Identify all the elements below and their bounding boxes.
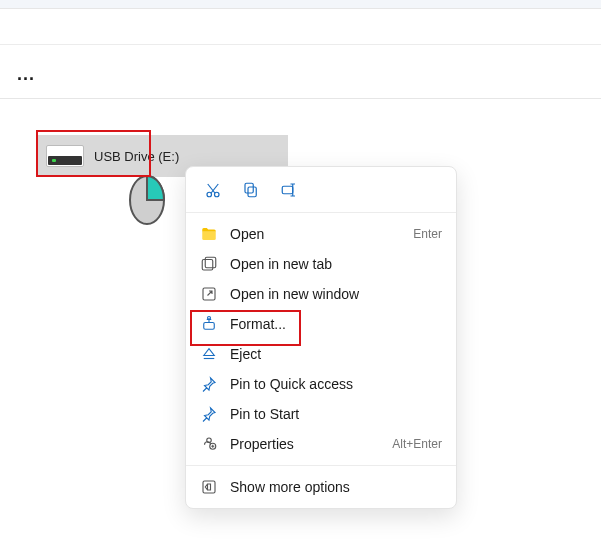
menu-item-label: Pin to Quick access bbox=[230, 376, 442, 392]
menu-pin-start[interactable]: Pin to Start bbox=[186, 399, 456, 429]
drive-label: USB Drive (E:) bbox=[94, 149, 179, 164]
menu-item-label: Open in new window bbox=[230, 286, 442, 302]
menu-item-label: Open in new tab bbox=[230, 256, 442, 272]
svg-rect-4 bbox=[245, 183, 253, 193]
menu-open[interactable]: Open Enter bbox=[186, 219, 456, 249]
menu-properties[interactable]: Properties Alt+Enter bbox=[186, 429, 456, 459]
format-icon bbox=[200, 315, 218, 333]
pin-icon bbox=[200, 375, 218, 393]
rename-button[interactable] bbox=[276, 177, 302, 203]
menu-item-label: Properties bbox=[230, 436, 380, 452]
folder-icon bbox=[200, 225, 218, 243]
eject-icon bbox=[200, 345, 218, 363]
menu-item-shortcut: Alt+Enter bbox=[392, 437, 442, 451]
menu-item-shortcut: Enter bbox=[413, 227, 442, 241]
menu-eject[interactable]: Eject bbox=[186, 339, 456, 369]
pin-icon bbox=[200, 405, 218, 423]
copy-icon bbox=[242, 181, 260, 199]
menu-item-label: Eject bbox=[230, 346, 442, 362]
rename-icon bbox=[280, 181, 298, 199]
title-bar-band bbox=[0, 0, 601, 9]
overflow-button[interactable]: ... bbox=[17, 64, 35, 85]
context-menu: Open Enter Open in new tab Open in new w… bbox=[185, 166, 457, 509]
svg-rect-5 bbox=[282, 186, 293, 194]
context-menu-iconbar bbox=[186, 167, 456, 212]
svg-rect-7 bbox=[205, 257, 216, 268]
svg-rect-9 bbox=[204, 323, 215, 330]
divider bbox=[0, 98, 601, 99]
svg-rect-3 bbox=[248, 187, 256, 197]
menu-separator bbox=[186, 465, 456, 466]
mouse-cursor-illustration bbox=[125, 170, 169, 230]
svg-point-2 bbox=[215, 192, 220, 197]
cut-button[interactable] bbox=[200, 177, 226, 203]
new-tab-icon bbox=[200, 255, 218, 273]
svg-point-1 bbox=[207, 192, 212, 197]
menu-separator bbox=[186, 212, 456, 213]
more-options-icon bbox=[200, 478, 218, 496]
menu-open-new-tab[interactable]: Open in new tab bbox=[186, 249, 456, 279]
menu-item-label: Format... bbox=[230, 316, 442, 332]
menu-item-label: Open bbox=[230, 226, 401, 242]
divider bbox=[0, 44, 601, 45]
menu-open-new-window[interactable]: Open in new window bbox=[186, 279, 456, 309]
new-window-icon bbox=[200, 285, 218, 303]
properties-icon bbox=[200, 435, 218, 453]
copy-button[interactable] bbox=[238, 177, 264, 203]
menu-pin-quick-access[interactable]: Pin to Quick access bbox=[186, 369, 456, 399]
drive-icon bbox=[46, 145, 84, 167]
menu-item-label: Pin to Start bbox=[230, 406, 442, 422]
svg-rect-6 bbox=[202, 260, 213, 271]
menu-show-more-options[interactable]: Show more options bbox=[186, 472, 456, 502]
toolbar-band bbox=[0, 9, 601, 38]
menu-item-label: Show more options bbox=[230, 479, 442, 495]
cut-icon bbox=[204, 181, 222, 199]
menu-format[interactable]: Format... bbox=[186, 309, 456, 339]
